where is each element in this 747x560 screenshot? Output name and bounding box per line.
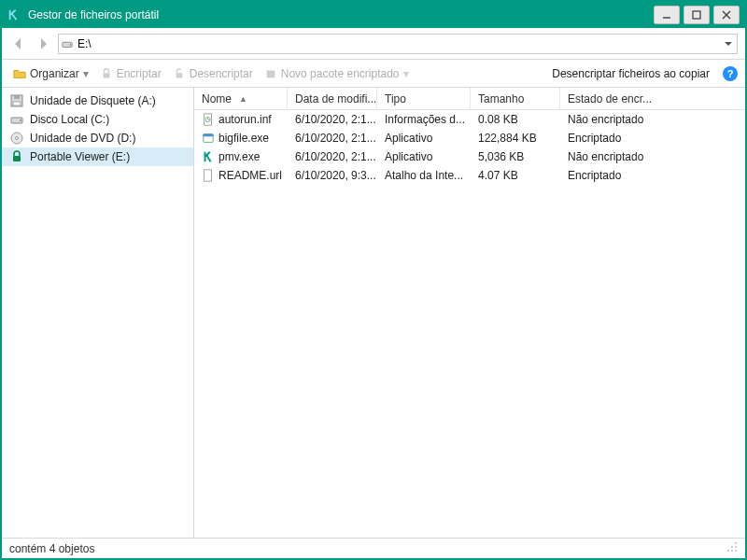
drive-sidebar: Unidade de Disquete (A:) Disco Local (C:… (2, 88, 194, 538)
resize-grip-icon[interactable] (726, 541, 738, 555)
sidebar-item-portable-e[interactable]: Portable Viewer (E:) (2, 147, 193, 166)
file-date-cell: 6/10/2020, 2:1... (288, 113, 377, 126)
decrypt-button[interactable]: Desencriptar (169, 65, 257, 82)
file-row[interactable]: pmv.exe6/10/2020, 2:1...Aplicativo5,036 … (194, 147, 745, 166)
file-date-cell: 6/10/2020, 2:1... (288, 150, 377, 163)
sidebar-item-label: Disco Local (C:) (30, 113, 109, 126)
file-row[interactable]: autorun.inf6/10/2020, 2:1...Informações … (194, 110, 745, 129)
folder-icon (13, 67, 26, 80)
maximize-button[interactable] (684, 6, 710, 24)
chevron-down-icon: ▾ (83, 67, 89, 80)
column-header-encryption[interactable]: Estado de encr... (560, 88, 745, 109)
file-encryption-cell: Não encriptado (560, 150, 745, 163)
app-window: Gestor de ficheiros portátil (0, 0, 747, 560)
file-encryption-cell: Não encriptado (560, 113, 745, 126)
floppy-icon (9, 93, 24, 108)
file-encryption-cell: Encriptado (560, 132, 745, 145)
svg-point-27 (735, 550, 737, 552)
file-list: Nome▲ Data de modifi... Tipo Tamanho Est… (194, 88, 745, 538)
file-type-cell: Atalho da Inte... (377, 169, 471, 182)
minimize-button[interactable] (654, 6, 680, 24)
file-size-cell: 0.08 KB (471, 113, 560, 126)
encrypt-button[interactable]: Encriptar (96, 65, 165, 82)
svg-point-26 (731, 550, 733, 552)
organize-button[interactable]: Organizar ▾ (9, 65, 92, 82)
window-controls (650, 6, 740, 24)
body-area: Unidade de Disquete (A:) Disco Local (C:… (2, 88, 745, 538)
hdd-icon (9, 112, 24, 127)
svg-rect-6 (103, 73, 109, 77)
svg-point-22 (735, 542, 737, 544)
nav-back-button[interactable] (9, 35, 28, 53)
sidebar-item-hdd-c[interactable]: Disco Local (C:) (2, 110, 193, 129)
address-dropdown-button[interactable] (720, 39, 737, 49)
column-header-name[interactable]: Nome▲ (194, 88, 288, 109)
nav-forward-button[interactable] (34, 35, 52, 53)
app-icon (7, 8, 21, 21)
new-package-button[interactable]: Novo pacote encriptado ▾ (261, 65, 413, 82)
svg-rect-16 (13, 156, 21, 161)
column-header-date[interactable]: Data de modifi... (288, 88, 377, 109)
column-header-label: Nome (202, 92, 232, 105)
encrypt-label: Encriptar (117, 67, 162, 80)
new-package-label: Novo pacote encriptado (281, 67, 400, 80)
svg-rect-20 (204, 134, 214, 137)
decrypt-on-copy-toggle[interactable]: Desencriptar ficheiros ao copiar (548, 65, 713, 82)
svg-rect-10 (14, 95, 20, 99)
sidebar-item-label: Portable Viewer (E:) (30, 150, 130, 163)
file-type-icon (202, 150, 215, 163)
svg-rect-21 (204, 170, 212, 181)
svg-point-23 (731, 546, 733, 548)
file-name-cell: pmv.exe (194, 150, 288, 163)
dvd-icon (9, 131, 24, 146)
drive-icon (59, 37, 76, 50)
help-button[interactable]: ? (723, 66, 738, 81)
lock-drive-icon (9, 149, 24, 164)
svg-rect-1 (693, 11, 700, 19)
file-type-cell: Aplicativo (377, 150, 471, 163)
file-row[interactable]: bigfile.exe6/10/2020, 2:1...Aplicativo12… (194, 129, 745, 147)
sidebar-item-dvd-d[interactable]: Unidade de DVD (D:) (2, 129, 193, 147)
file-encryption-cell: Encriptado (560, 169, 745, 182)
file-type-icon (202, 132, 215, 145)
chevron-down-icon: ▾ (403, 67, 409, 80)
close-button[interactable] (713, 6, 740, 24)
column-headers: Nome▲ Data de modifi... Tipo Tamanho Est… (194, 88, 745, 110)
svg-point-5 (70, 44, 72, 46)
column-header-label: Data de modifi... (295, 92, 376, 105)
file-type-cell: Aplicativo (377, 132, 471, 145)
status-bar: contém 4 objetos (2, 538, 745, 558)
svg-rect-8 (266, 70, 275, 77)
svg-point-25 (727, 550, 729, 552)
svg-rect-11 (13, 102, 21, 105)
file-date-cell: 6/10/2020, 2:1... (288, 132, 377, 145)
svg-point-15 (16, 137, 19, 140)
file-name: autorun.inf (218, 113, 272, 126)
decrypt-label: Desencriptar (190, 67, 253, 80)
decrypt-on-copy-label: Desencriptar ficheiros ao copiar (552, 67, 710, 80)
file-date-cell: 6/10/2020, 9:3... (288, 169, 377, 182)
address-input[interactable] (76, 37, 720, 50)
file-size-cell: 5,036 KB (471, 150, 560, 163)
sidebar-item-floppy-a[interactable]: Unidade de Disquete (A:) (2, 91, 193, 110)
unlock-icon (173, 67, 186, 80)
column-header-size[interactable]: Tamanho (471, 88, 560, 109)
column-header-label: Tipo (385, 92, 406, 105)
svg-point-13 (20, 119, 21, 121)
column-header-type[interactable]: Tipo (377, 88, 471, 109)
file-name-cell: README.url (194, 169, 288, 182)
lock-icon (100, 67, 113, 80)
column-header-label: Tamanho (478, 92, 524, 105)
file-type-cell: Informações d... (377, 113, 471, 126)
address-bar[interactable] (58, 34, 738, 54)
svg-rect-7 (176, 73, 182, 77)
svg-point-24 (735, 546, 737, 548)
organize-label: Organizar (30, 67, 79, 80)
sort-asc-icon: ▲ (239, 94, 247, 104)
file-name-cell: autorun.inf (194, 113, 288, 126)
file-row[interactable]: README.url6/10/2020, 9:3...Atalho da Int… (194, 166, 745, 185)
package-icon (264, 67, 277, 80)
sidebar-item-label: Unidade de DVD (D:) (30, 132, 135, 145)
window-title: Gestor de ficheiros portátil (28, 8, 650, 21)
file-name-cell: bigfile.exe (194, 132, 288, 145)
